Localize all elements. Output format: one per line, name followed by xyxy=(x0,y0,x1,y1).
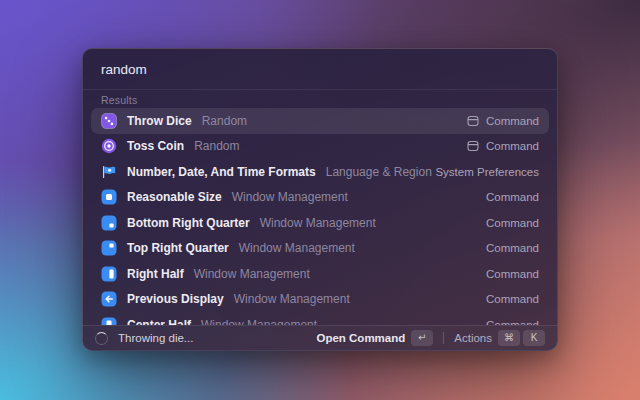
result-accessory: System Preferences xyxy=(435,166,539,178)
result-accessory: Command xyxy=(486,115,539,127)
results-section-header: Results xyxy=(83,90,557,108)
k-key-badge: K xyxy=(523,330,545,346)
result-title: Center Half xyxy=(127,318,191,325)
bottom-right-quarter-icon xyxy=(101,215,117,231)
result-accessory: Command xyxy=(486,242,539,254)
actions-label: Actions xyxy=(454,332,492,344)
command-type-icon xyxy=(467,140,479,152)
footer-separator xyxy=(443,332,444,344)
result-subtitle: Window Management xyxy=(239,241,355,255)
results-list: Throw Dice Random Command Toss Coin Rand… xyxy=(83,108,557,325)
top-right-quarter-icon xyxy=(101,240,117,256)
loading-spinner-icon xyxy=(95,332,108,345)
right-half-icon xyxy=(101,266,117,282)
result-row-previous-display[interactable]: Previous Display Window Management Comma… xyxy=(91,287,549,313)
result-subtitle: Window Management xyxy=(234,292,350,306)
result-accessory: Command xyxy=(486,268,539,280)
reasonable-size-icon xyxy=(101,189,117,205)
open-command-label: Open Command xyxy=(316,332,405,344)
result-row-top-right-quarter[interactable]: Top Right Quarter Window Management Comm… xyxy=(91,236,549,262)
result-title: Toss Coin xyxy=(127,139,184,153)
result-title: Right Half xyxy=(127,267,184,281)
result-accessory: Command xyxy=(486,191,539,203)
status-text: Throwing die... xyxy=(118,332,193,344)
return-key-badge: ↵ xyxy=(411,330,433,346)
result-row-reasonable-size[interactable]: Reasonable Size Window Management Comman… xyxy=(91,185,549,211)
search-bar xyxy=(83,49,557,89)
result-subtitle: Window Management xyxy=(201,318,317,325)
result-row-number-date-time-formats[interactable]: Number, Date, And Time Formats Language … xyxy=(91,159,549,185)
result-title: Top Right Quarter xyxy=(127,241,229,255)
result-row-bottom-right-quarter[interactable]: Bottom Right Quarter Window Management C… xyxy=(91,210,549,236)
result-subtitle: Language & Region xyxy=(326,165,432,179)
result-accessory: Command xyxy=(486,217,539,229)
result-subtitle: Window Management xyxy=(260,216,376,230)
result-accessory: Command xyxy=(486,293,539,305)
launcher-window: Results Throw Dice Random Command Toss C… xyxy=(82,48,558,351)
flag-icon xyxy=(101,164,117,180)
result-subtitle: Random xyxy=(202,114,247,128)
coin-icon xyxy=(101,138,117,154)
result-title: Throw Dice xyxy=(127,114,192,128)
previous-display-icon xyxy=(101,291,117,307)
cmd-key-badge: ⌘ xyxy=(498,330,520,346)
result-subtitle: Random xyxy=(194,139,239,153)
result-row-toss-coin[interactable]: Toss Coin Random Command xyxy=(91,134,549,160)
center-half-icon xyxy=(101,317,117,325)
result-row-center-half[interactable]: Center Half Window Management Command xyxy=(91,312,549,325)
result-row-right-half[interactable]: Right Half Window Management Command xyxy=(91,261,549,287)
actions-button[interactable]: Actions ⌘ K xyxy=(454,330,545,346)
dice-icon xyxy=(101,113,117,129)
result-title: Number, Date, And Time Formats xyxy=(127,165,316,179)
command-type-icon xyxy=(467,115,479,127)
result-accessory: Command xyxy=(486,140,539,152)
result-title: Previous Display xyxy=(127,292,224,306)
result-row-throw-dice[interactable]: Throw Dice Random Command xyxy=(91,108,549,134)
search-input[interactable] xyxy=(83,49,557,89)
result-title: Reasonable Size xyxy=(127,190,222,204)
result-subtitle: Window Management xyxy=(232,190,348,204)
footer-bar: Throwing die... Open Command ↵ Actions ⌘… xyxy=(83,325,557,350)
result-subtitle: Window Management xyxy=(194,267,310,281)
open-command-button[interactable]: Open Command ↵ xyxy=(316,330,433,346)
result-title: Bottom Right Quarter xyxy=(127,216,250,230)
